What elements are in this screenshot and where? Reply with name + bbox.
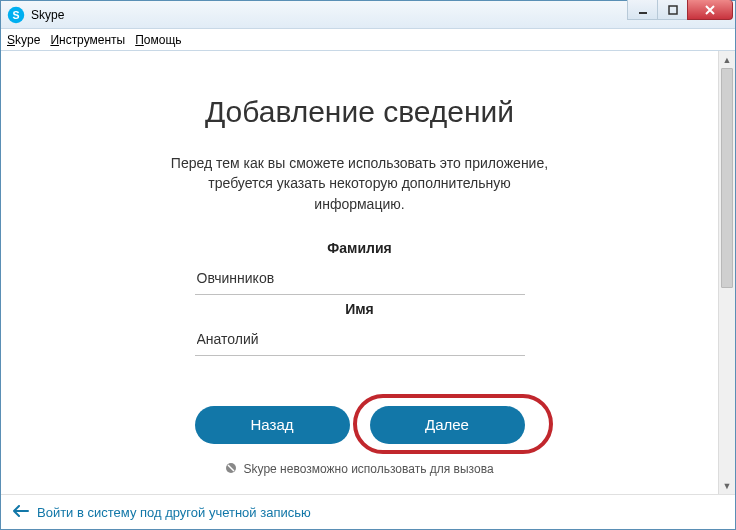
arrow-left-icon <box>13 505 29 520</box>
status-line: Skype невозможно использовать для вызова <box>225 462 493 477</box>
firstname-label: Имя <box>345 301 374 317</box>
maximize-button[interactable] <box>657 0 687 20</box>
minimize-button[interactable] <box>627 0 657 20</box>
content-area: Добавление сведений Перед тем как вы смо… <box>1 51 735 494</box>
scrollbar-track[interactable] <box>719 68 735 477</box>
lastname-input[interactable] <box>195 264 525 295</box>
next-button[interactable]: Далее <box>370 406 525 444</box>
back-button[interactable]: Назад <box>195 406 350 444</box>
page-description: Перед тем как вы сможете использовать эт… <box>170 153 550 214</box>
skype-icon: S <box>7 6 25 24</box>
close-button[interactable] <box>687 0 733 20</box>
signin-other-label: Войти в систему под другой учетной запис… <box>37 505 311 520</box>
firstname-input[interactable] <box>195 325 525 356</box>
lastname-label: Фамилия <box>327 240 391 256</box>
content: Добавление сведений Перед тем как вы смо… <box>1 51 718 494</box>
svg-rect-2 <box>639 12 647 14</box>
vertical-scrollbar[interactable]: ▲ ▼ <box>718 51 735 494</box>
titlebar[interactable]: S Skype <box>1 1 735 29</box>
svg-text:S: S <box>12 8 19 20</box>
window-title: Skype <box>31 8 64 22</box>
menubar: Skype Инструменты Помощь <box>1 29 735 51</box>
page-title: Добавление сведений <box>205 95 514 129</box>
footer: Войти в систему под другой учетной запис… <box>1 495 735 529</box>
window-frame: S Skype Skype Инструменты Помощь Добавле… <box>0 0 736 530</box>
button-row: Назад Далее <box>195 406 525 444</box>
menu-tools[interactable]: Инструменты <box>50 33 125 47</box>
status-text: Skype невозможно использовать для вызова <box>243 462 493 476</box>
status-icon <box>225 462 237 477</box>
scrollbar-thumb[interactable] <box>721 68 733 288</box>
window-buttons <box>627 0 733 20</box>
signin-other-link[interactable]: Войти в систему под другой учетной запис… <box>13 505 311 520</box>
scroll-up-icon[interactable]: ▲ <box>719 51 735 68</box>
menu-help[interactable]: Помощь <box>135 33 181 47</box>
menu-skype[interactable]: Skype <box>7 33 40 47</box>
scroll-down-icon[interactable]: ▼ <box>719 477 735 494</box>
svg-rect-3 <box>669 6 677 14</box>
